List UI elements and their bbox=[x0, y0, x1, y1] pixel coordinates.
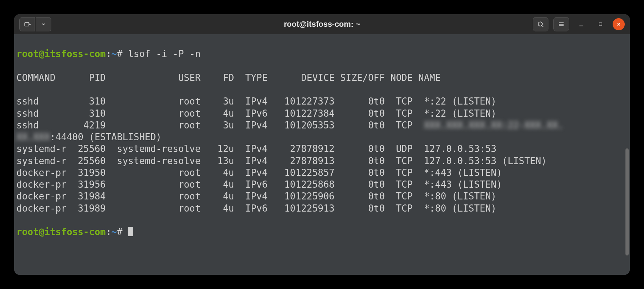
maximize-button[interactable] bbox=[593, 17, 608, 31]
close-button[interactable] bbox=[613, 18, 625, 30]
new-tab-button[interactable] bbox=[19, 17, 35, 31]
svg-point-3 bbox=[538, 22, 542, 26]
cursor bbox=[128, 227, 133, 236]
output-row: docker-pr 31989 root 4u IPv6 101225913 0… bbox=[16, 203, 628, 214]
prompt-user-host: root@itsfoss-com bbox=[16, 49, 106, 59]
titlebar: root@itsfoss-com: ~ bbox=[14, 14, 630, 34]
scrollbar-thumb[interactable] bbox=[625, 148, 629, 255]
output-row: sshd 310 root 4u IPv6 101227384 0t0 TCP … bbox=[16, 108, 628, 120]
titlebar-right-group bbox=[533, 17, 625, 31]
output-row: docker-pr 31956 root 4u IPv6 101225868 0… bbox=[16, 179, 628, 191]
tab-dropdown-button[interactable] bbox=[36, 17, 51, 31]
output-row: sshd 4219 root 3u IPv4 101205353 0t0 TCP… bbox=[16, 120, 628, 131]
prompt-line-2: root@itsfoss-com:~# bbox=[16, 226, 628, 238]
svg-line-4 bbox=[542, 26, 543, 27]
terminal-window: root@itsfoss-com: ~ root@itsfoss-com:~# … bbox=[14, 14, 630, 275]
prompt-symbol: # bbox=[117, 49, 123, 59]
prompt-line: root@itsfoss-com:~# lsof -i -P -n bbox=[16, 48, 628, 60]
output-row: systemd-r 25560 systemd-resolve 12u IPv4… bbox=[16, 143, 628, 155]
prompt-path: ~ bbox=[111, 49, 117, 59]
terminal-body[interactable]: root@itsfoss-com:~# lsof -i -P -n COMMAN… bbox=[14, 34, 630, 275]
output-header: COMMAND PID USER FD TYPE DEVICE SIZE/OFF… bbox=[16, 72, 628, 84]
svg-rect-9 bbox=[599, 23, 602, 26]
command-text: lsof -i -P -n bbox=[128, 49, 201, 59]
menu-button[interactable] bbox=[553, 17, 569, 31]
output-row: systemd-r 25560 systemd-resolve 13u IPv4… bbox=[16, 155, 628, 167]
output-row: XX.XXX:44400 (ESTABLISHED) bbox=[16, 131, 628, 143]
output-row: docker-pr 31984 root 4u IPv4 101225906 0… bbox=[16, 191, 628, 202]
window-title: root@itsfoss-com: ~ bbox=[284, 20, 360, 29]
output-row: docker-pr 31950 root 4u IPv4 101225857 0… bbox=[16, 167, 628, 179]
svg-rect-0 bbox=[25, 22, 29, 26]
minimize-button[interactable] bbox=[574, 17, 588, 31]
search-button[interactable] bbox=[533, 17, 548, 31]
output-row: sshd 310 root 3u IPv4 101227373 0t0 TCP … bbox=[16, 96, 628, 107]
titlebar-left-group bbox=[19, 17, 51, 31]
